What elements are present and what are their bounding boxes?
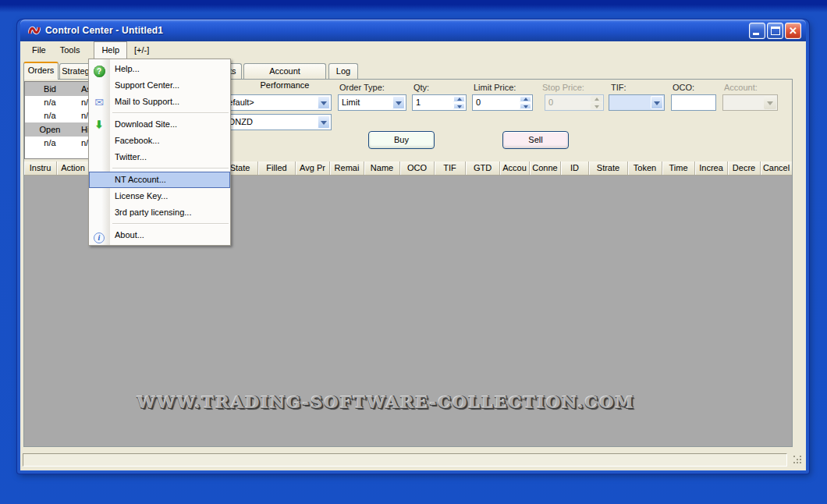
mail-icon: ✉ (93, 96, 105, 108)
info-icon: i (93, 229, 105, 242)
column-header-remaining[interactable]: Remai (330, 161, 364, 175)
stop-price-stepper: 0 (545, 94, 604, 111)
watermark-text: WWW.TRADING-SOFTWARE-COLLECTION.COM (24, 392, 748, 412)
buy-button[interactable]: Buy (368, 131, 435, 149)
column-header-account[interactable]: Accou (500, 161, 530, 175)
spin-up-icon (591, 96, 602, 102)
bid-value: n/a (25, 96, 75, 109)
help-menu-popup: ? Help... Support Center... ✉ Mail to Su… (88, 59, 231, 246)
oco-field-wrap (671, 94, 716, 111)
column-header-action[interactable]: Action (57, 161, 90, 175)
menu-item-facebook[interactable]: Facebook... (89, 133, 230, 149)
menu-item-3rd-party-licensing[interactable]: 3rd party licensing... (89, 204, 230, 221)
column-header-oco[interactable]: OCO (400, 161, 435, 175)
tab-orders[interactable]: Orders (23, 62, 59, 80)
chevron-down-icon[interactable] (318, 96, 330, 109)
help-icon: ? (93, 63, 105, 76)
menu-item-label: Support Center... (115, 80, 179, 90)
account-label: Account: (724, 83, 758, 93)
stop-price-value: 0 (548, 98, 553, 107)
menu-item-help[interactable]: ? Help... (89, 61, 230, 77)
minimize-icon (753, 33, 759, 35)
tif-label: TIF: (611, 83, 626, 93)
chevron-down-icon[interactable] (392, 96, 405, 109)
download-icon: ⬇ (93, 119, 105, 131)
status-message-field (23, 453, 787, 467)
column-header-avg-price[interactable]: Avg Pr (296, 161, 330, 175)
titlebar[interactable]: Control Center - Untitled1 ✕ (20, 20, 806, 41)
menu-item-label: About... (115, 230, 144, 240)
column-header-name[interactable]: Name (364, 161, 400, 175)
column-header-connection[interactable]: Conne (530, 161, 561, 175)
oco-field[interactable] (672, 95, 715, 110)
sell-button[interactable]: Sell (502, 131, 569, 149)
spin-up-icon[interactable] (520, 96, 531, 102)
chevron-down-icon[interactable] (318, 115, 330, 129)
spin-down-icon[interactable] (453, 103, 465, 109)
tif-combo[interactable] (609, 94, 665, 111)
limit-price-label: Limit Price: (474, 83, 516, 93)
menu-item-license-key[interactable]: License Key... (89, 188, 230, 204)
menu-item-label: Facebook... (115, 136, 159, 145)
bid-header: Bid (25, 82, 75, 96)
tab-account-performance[interactable]: Account Performance (243, 63, 326, 79)
column-header-instrument[interactable]: Instru (24, 161, 57, 175)
order-type-value: Limit (342, 98, 360, 107)
menu-separator (112, 223, 229, 225)
menu-item-support-center[interactable]: Support Center... (89, 77, 230, 94)
resize-grip[interactable] (793, 456, 803, 465)
order-type-combo[interactable]: Limit (338, 94, 406, 111)
oco-label: OCO: (673, 83, 694, 93)
column-header-gtd[interactable]: GTD (466, 161, 500, 175)
open-header: Open (25, 122, 75, 137)
menu-separator (112, 168, 229, 169)
column-header-increase[interactable]: Increa (695, 161, 728, 175)
order-type-label: Order Type: (339, 83, 385, 93)
tab-log[interactable]: Log (328, 63, 358, 79)
menu-separator (112, 112, 229, 114)
menu-item-label: Twitter... (115, 152, 147, 161)
menu-item-label: NT Account... (115, 175, 166, 184)
chevron-down-icon (764, 96, 776, 109)
menu-plus-minus[interactable]: [+/-] (127, 41, 156, 59)
menu-item-label: Help... (115, 64, 140, 73)
qty-stepper[interactable]: 1 (412, 94, 467, 111)
menu-item-twitter[interactable]: Twitter... (89, 149, 230, 165)
stop-price-label: Stop Price: (542, 83, 584, 93)
column-header-decrease[interactable]: Decre (728, 161, 761, 175)
close-icon: ✕ (786, 23, 800, 38)
menu-item-label: Mail to Support... (115, 97, 179, 106)
maximize-icon (771, 27, 780, 35)
qty-label: Qty: (414, 83, 429, 93)
menu-item-mail-to-support[interactable]: ✉ Mail to Support... (89, 94, 230, 110)
app-icon (28, 24, 41, 37)
menu-file[interactable]: File (25, 41, 53, 59)
qty-value: 1 (416, 98, 421, 107)
minimize-button[interactable] (749, 23, 765, 39)
account-combo (722, 94, 778, 111)
window-title: Control Center - Untitled1 (45, 25, 163, 36)
close-button[interactable]: ✕ (785, 23, 801, 39)
column-header-filled[interactable]: Filled (258, 161, 296, 175)
spin-up-icon[interactable] (453, 96, 465, 102)
limit-price-value: 0 (476, 98, 481, 107)
column-header-id[interactable]: ID (561, 161, 589, 175)
open-value: n/a (25, 137, 75, 150)
maximize-button[interactable] (767, 23, 783, 39)
column-header-token[interactable]: Token (628, 161, 662, 175)
chevron-down-icon[interactable] (651, 96, 663, 109)
menu-item-nt-account[interactable]: NT Account... (89, 172, 230, 188)
column-header-cancel[interactable]: Cancel (761, 161, 792, 175)
spin-down-icon (591, 103, 602, 109)
column-header-strategy[interactable]: Strate (589, 161, 628, 175)
spin-down-icon[interactable] (520, 103, 531, 109)
column-header-tif[interactable]: TIF (435, 161, 466, 175)
limit-price-stepper[interactable]: 0 (472, 94, 533, 111)
menu-tools[interactable]: Tools (53, 41, 87, 59)
menu-item-label: 3rd party licensing... (115, 208, 191, 217)
menu-item-about[interactable]: i About... (89, 227, 230, 243)
status-bar (22, 452, 804, 468)
menu-help[interactable]: Help (94, 41, 127, 59)
menu-item-download-site[interactable]: ⬇ Download Site... (89, 116, 230, 133)
column-header-time[interactable]: Time (662, 161, 695, 175)
